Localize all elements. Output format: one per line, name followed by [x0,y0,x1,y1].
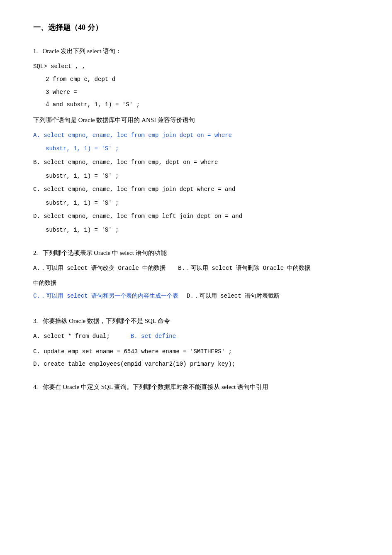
q3-number: 3. [33,318,38,324]
q3-option-c: C. update emp set ename = 6543 where ena… [33,346,359,357]
q1-code-line1: SQL> select , , [33,61,359,72]
q1-title: 1. Oracle 发出下列 select 语句： [33,46,359,57]
q1-subdesc: 下列哪个语句是 Oracle 数据库中可用的 ANSI 兼容等价语句 [33,115,359,126]
q1-number: 1. [33,48,38,54]
question-1: 1. Oracle 发出下列 select 语句： SQL> select , … [33,46,359,235]
q4-desc: 你要在 Oracle 中定义 SQL 查询。下列哪个数据库对象不能直接从 sel… [43,384,268,390]
q2-option-b: B.．可以用 select 语句删除 Oracle 中的数据 [178,263,310,274]
q1-option-d-line2: substr, 1, 1) = 'S' ; [46,225,359,236]
q1-option-d-line1: D. select empno, ename, loc from emp lef… [33,211,359,222]
q1-code-line2: 2 from emp e, dept d [46,74,359,85]
q3-title: 3. 你要操纵 Oracle 数据，下列哪个不是 SQL 命令 [33,315,359,327]
q2-option-c: C.．可以用 select 语句和另一个表的内容生成一个表 [33,291,178,302]
q2-option-a: A.．可以用 select 语句改变 Oracle 中的数据 [33,263,166,274]
q3-option-a: A. select * from dual; [33,331,110,342]
q3-option-b: B. set define [131,331,176,342]
q2-option-d: D.．可以用 select 语句对表截断 [187,291,280,302]
section-title: 一、选择题（40 分） [33,21,359,34]
q2-title: 2. 下列哪个选项表示 Oracle 中 select 语句的功能 [33,247,359,259]
question-4: 4. 你要在 Oracle 中定义 SQL 查询。下列哪个数据库对象不能直接从 … [33,381,359,393]
q1-option-c-line2: substr, 1, 1) = 'S' ; [46,198,359,209]
q1-code-line4: 4 and substr, 1, 1) = 'S' ; [46,99,359,110]
q1-desc: Oracle 发出下列 select 语句： [43,48,122,54]
q1-option-c-line1: C. select empno, ename, loc from emp joi… [33,184,359,195]
q4-number: 4. [33,384,38,390]
question-2: 2. 下列哪个选项表示 Oracle 中 select 语句的功能 A.．可以用… [33,247,359,304]
q2-options-row1: A.．可以用 select 语句改变 Oracle 中的数据 B.．可以用 se… [33,263,359,276]
q1-option-a-line1: A. select empno, ename, loc from emp joi… [33,130,359,141]
q4-title: 4. 你要在 Oracle 中定义 SQL 查询。下列哪个数据库对象不能直接从 … [33,381,359,393]
q1-option-b-line1: B. select empno, ename, loc from emp, de… [33,157,359,168]
q3-options-row1: A. select * from dual; B. set define [33,331,359,345]
q1-code-line3: 3 where = [46,87,359,98]
q2-options-row2: C.．可以用 select 语句和另一个表的内容生成一个表 D.．可以用 sel… [33,291,359,304]
q1-option-a-line2: substr, 1, 1) = 'S' ; [46,143,359,154]
q3-desc: 你要操纵 Oracle 数据，下列哪个不是 SQL 命令 [43,318,170,324]
q2-number: 2. [33,249,38,256]
q1-option-b-line2: substr, 1, 1) = 'S' ; [46,171,359,182]
q3-option-d: D. create table employees(empid varchar2… [33,359,359,370]
q2-desc: 下列哪个选项表示 Oracle 中 select 语句的功能 [43,249,167,256]
q2-option-b-cont: 中的数据 [33,278,359,289]
question-3: 3. 你要操纵 Oracle 数据，下列哪个不是 SQL 命令 A. selec… [33,315,359,370]
